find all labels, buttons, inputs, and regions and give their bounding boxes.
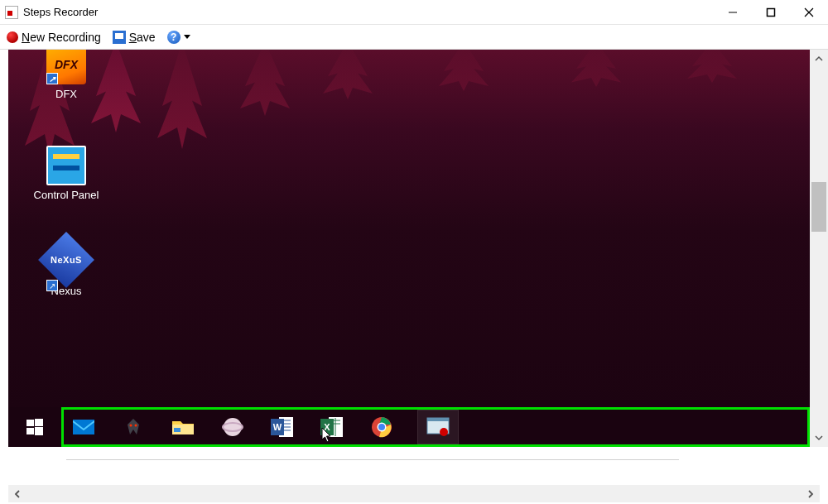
captured-screenshot: DFX ↗ DFX Control Panel NeXuS ↗ Nexus: [8, 50, 810, 447]
taskbar-item-mail[interactable]: [70, 414, 97, 440]
vertical-scrollbar[interactable]: [810, 50, 828, 447]
new-recording-button[interactable]: New Recording: [7, 31, 101, 44]
help-dropdown[interactable]: ?: [167, 31, 190, 44]
taskbar-item-file-explorer[interactable]: [170, 414, 196, 440]
taskbar: W X: [8, 407, 810, 447]
minimize-button[interactable]: [714, 0, 752, 25]
svg-text:W: W: [273, 422, 282, 432]
taskbar-item-skype[interactable]: [219, 414, 246, 440]
taskbar-item-steps-recorder[interactable]: [418, 410, 458, 444]
titlebar: Steps Recorder: [0, 0, 828, 25]
svg-point-13: [224, 418, 242, 436]
scroll-down-button[interactable]: [810, 429, 828, 447]
desktop-icon-control-panel[interactable]: Control Panel: [33, 146, 99, 201]
save-label: Save: [129, 31, 156, 44]
control-panel-icon: [46, 146, 86, 185]
scroll-left-button[interactable]: [8, 485, 26, 503]
separator: [66, 459, 679, 460]
taskbar-item-predator[interactable]: [120, 414, 147, 440]
svg-text:X: X: [324, 422, 330, 432]
close-button[interactable]: [790, 0, 828, 25]
excel-icon: X: [320, 416, 344, 438]
shortcut-overlay-icon: ↗: [46, 280, 58, 291]
record-icon: [7, 31, 18, 43]
skype-icon: [222, 416, 243, 438]
chrome-icon: [371, 416, 392, 438]
desktop-icon-dfx[interactable]: DFX ↗ DFX: [33, 50, 99, 100]
svg-rect-1: [768, 9, 775, 17]
chevron-down-icon: [184, 35, 190, 39]
windows-icon: [26, 419, 43, 435]
toolbar: New Recording Save ?: [0, 25, 828, 50]
window-title: Steps Recorder: [23, 6, 98, 18]
scroll-right-button[interactable]: [802, 485, 820, 503]
save-button[interactable]: Save: [113, 31, 156, 44]
taskbar-item-word[interactable]: W: [269, 414, 296, 440]
recording-viewport: DFX ↗ DFX Control Panel NeXuS ↗ Nexus: [8, 50, 828, 447]
mail-icon: [73, 418, 94, 436]
wallpaper-trees: [8, 50, 810, 149]
svg-point-9: [130, 425, 132, 427]
save-icon: [113, 31, 126, 44]
new-recording-label: New Recording: [22, 31, 101, 44]
shortcut-overlay-icon: ↗: [46, 73, 58, 84]
desktop-icon-label: DFX: [33, 88, 99, 100]
horizontal-scrollbar[interactable]: [8, 484, 820, 502]
start-button[interactable]: [8, 407, 61, 447]
help-icon: ?: [167, 31, 181, 44]
svg-rect-6: [26, 428, 34, 434]
svg-rect-7: [35, 427, 43, 435]
desktop-icon-label: Control Panel: [33, 189, 99, 201]
steps-recorder-icon: [426, 417, 450, 437]
svg-point-33: [440, 428, 448, 436]
dfx-icon: DFX ↗: [46, 50, 86, 84]
svg-rect-12: [174, 428, 181, 432]
maximize-button[interactable]: [752, 0, 790, 25]
app-icon: [5, 6, 18, 19]
taskbar-item-chrome[interactable]: [368, 414, 395, 440]
taskbar-item-excel[interactable]: X: [319, 414, 345, 440]
desktop-icon-nexus[interactable]: NeXuS ↗ Nexus: [33, 240, 99, 297]
svg-rect-32: [427, 418, 449, 421]
svg-point-10: [135, 425, 137, 427]
svg-rect-8: [73, 420, 94, 434]
scroll-up-button[interactable]: [810, 50, 828, 68]
predator-icon: [123, 416, 144, 438]
svg-rect-4: [26, 420, 34, 426]
folder-icon: [171, 418, 195, 436]
word-icon: W: [271, 416, 294, 438]
svg-rect-5: [35, 419, 43, 426]
scrollbar-thumb[interactable]: [811, 182, 826, 232]
svg-point-30: [378, 424, 385, 430]
taskbar-highlight-region: W X: [61, 407, 810, 447]
